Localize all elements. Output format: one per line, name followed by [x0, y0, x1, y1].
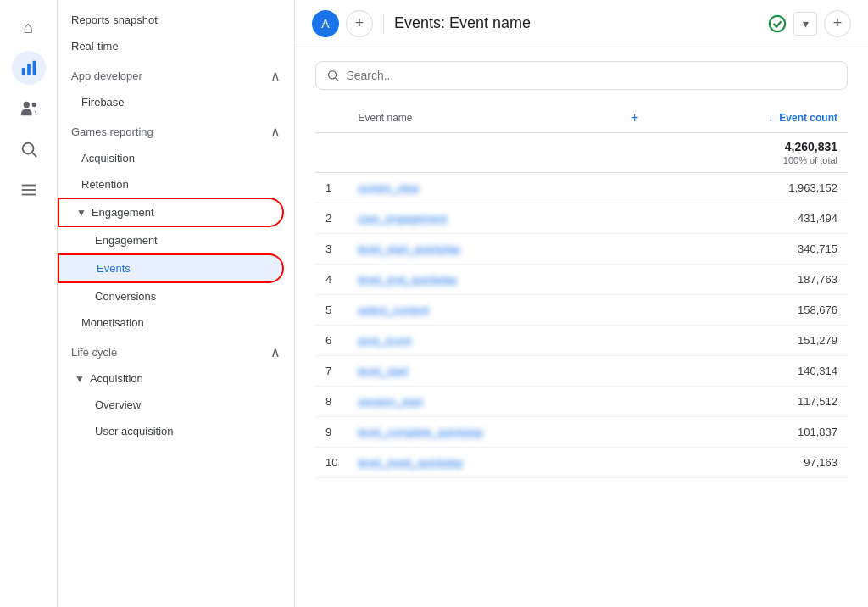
svg-point-3 — [23, 102, 29, 108]
app-developer-section[interactable]: App developer ∧ — [58, 59, 294, 89]
event-extra-cell — [617, 448, 682, 478]
event-name-cell[interactable]: level_start_quickplay — [348, 234, 617, 265]
event-name-cell[interactable]: session_start — [348, 387, 617, 417]
row-number: 7 — [315, 356, 348, 387]
table-row: 1 screen_view 1,963,152 — [315, 173, 848, 203]
table-row: 5 select_content 158,676 — [315, 295, 848, 326]
analytics-icon[interactable] — [12, 51, 46, 85]
engagement-arrow: ▼ — [76, 207, 86, 219]
topbar-add-button[interactable]: + — [824, 10, 851, 37]
svg-rect-1 — [27, 64, 31, 75]
topbar-dropdown-button[interactable]: ▾ — [793, 12, 817, 36]
sidebar-item-acquisition[interactable]: Acquisition — [58, 145, 284, 171]
event-name-cell[interactable]: select_content — [348, 295, 617, 326]
event-count-cell: 101,837 — [682, 417, 848, 448]
total-pct-row: 100% of total — [315, 155, 848, 173]
col-add-header[interactable]: + — [617, 103, 682, 133]
list-icon[interactable] — [12, 173, 46, 207]
row-number: 8 — [315, 387, 348, 417]
sidebar-item-conversions[interactable]: Conversions — [58, 283, 284, 309]
icon-rail: ⌂ — [0, 0, 58, 607]
table-row: 10 level_reset_quickplay 97,163 — [315, 448, 848, 478]
event-name-cell[interactable]: level_complete_quickplay — [348, 417, 617, 448]
chevron-down-icon: ▾ — [803, 17, 809, 31]
row-number: 6 — [315, 326, 348, 356]
event-count-cell: 97,163 — [682, 448, 848, 478]
event-extra-cell — [617, 265, 682, 295]
sidebar-item-retention[interactable]: Retention — [58, 171, 284, 198]
games-reporting-section[interactable]: Games reporting ∧ — [58, 115, 294, 145]
event-name-cell[interactable]: level_end_quickplay — [348, 265, 617, 295]
event-name-cell[interactable]: post_score — [348, 326, 617, 356]
search-bar-icon — [326, 69, 339, 82]
total-pct-value: 100% of total — [682, 155, 848, 173]
people-icon[interactable] — [12, 92, 46, 125]
event-extra-cell — [617, 295, 682, 326]
col-event-name-header: Event name — [348, 103, 617, 133]
add-comparison-button[interactable]: + — [346, 10, 373, 37]
add-column-button[interactable]: + — [627, 110, 642, 125]
event-extra-cell — [617, 173, 682, 203]
sidebar-item-monetisation[interactable]: Monetisation — [58, 309, 284, 336]
event-extra-cell — [617, 326, 682, 356]
col-event-count-header[interactable]: ↓ Event count — [682, 103, 848, 133]
sidebar-item-user-acquisition[interactable]: User acquisition — [58, 418, 284, 444]
row-number: 3 — [315, 234, 348, 265]
total-count-row: 4,260,831 — [315, 133, 848, 156]
sidebar: Reports snapshot Real-time App developer… — [58, 0, 295, 607]
table-row: 6 post_score 151,279 — [315, 326, 848, 356]
row-number: 2 — [315, 203, 348, 234]
sidebar-item-firebase[interactable]: Firebase — [58, 89, 284, 115]
sidebar-item-events[interactable]: Events — [58, 253, 284, 283]
sidebar-item-reports-snapshot[interactable]: Reports snapshot — [58, 7, 294, 33]
svg-rect-2 — [32, 61, 36, 75]
topbar-divider — [383, 14, 384, 34]
table-row: 8 session_start 117,512 — [315, 387, 848, 417]
content-area: Event name + ↓ Event count 4,260,831 — [295, 47, 868, 607]
event-count-cell: 187,763 — [682, 265, 848, 295]
table-row: 3 level_start_quickplay 340,715 — [315, 234, 848, 265]
engagement-group[interactable]: ▼ Engagement — [58, 198, 284, 227]
sidebar-item-overview[interactable]: Overview — [58, 392, 284, 418]
event-name-cell[interactable]: level_start — [348, 356, 617, 387]
col-num-header — [315, 103, 348, 133]
total-count-value: 4,260,831 — [682, 133, 848, 156]
search-magnify-icon[interactable] — [12, 132, 46, 166]
event-name-cell[interactable]: level_reset_quickplay — [348, 448, 617, 478]
home-icon[interactable]: ⌂ — [12, 10, 46, 44]
table-row: 9 level_complete_quickplay 101,837 — [315, 417, 848, 448]
main-area: A + Events: Event name ▾ + — [295, 0, 868, 607]
games-reporting-chevron: ∧ — [270, 124, 281, 140]
event-count-cell: 158,676 — [682, 295, 848, 326]
sort-arrow-icon: ↓ — [768, 112, 773, 124]
svg-point-4 — [31, 103, 36, 108]
table-row: 2 user_engagement 431,494 — [315, 203, 848, 234]
avatar[interactable]: A — [312, 10, 339, 37]
event-count-cell: 340,715 — [682, 234, 848, 265]
event-name-cell[interactable]: screen_view — [348, 173, 617, 203]
lifecycle-acquisition-arrow: ▼ — [75, 373, 85, 385]
sidebar-item-real-time[interactable]: Real-time — [58, 33, 294, 59]
svg-line-12 — [336, 78, 339, 81]
lifecycle-acquisition-group[interactable]: ▼ Acquisition — [58, 365, 284, 392]
event-name-cell[interactable]: user_engagement — [348, 203, 617, 234]
svg-rect-0 — [21, 68, 25, 75]
event-count-cell: 140,314 — [682, 356, 848, 387]
life-cycle-section[interactable]: Life cycle ∧ — [58, 336, 294, 365]
event-extra-cell — [617, 203, 682, 234]
sidebar-item-engagement[interactable]: Engagement — [58, 227, 284, 253]
table-row: 7 level_start 140,314 — [315, 356, 848, 387]
life-cycle-chevron: ∧ — [270, 344, 281, 360]
row-number: 4 — [315, 265, 348, 295]
event-extra-cell — [617, 356, 682, 387]
search-input[interactable] — [346, 69, 837, 82]
event-count-cell: 151,279 — [682, 326, 848, 356]
table-row: 4 level_end_quickplay 187,763 — [315, 265, 848, 295]
row-number: 10 — [315, 448, 348, 478]
event-extra-cell — [617, 417, 682, 448]
events-table: Event name + ↓ Event count 4,260,831 — [315, 103, 848, 478]
event-count-cell: 117,512 — [682, 387, 848, 417]
search-bar[interactable] — [315, 61, 848, 90]
svg-point-11 — [329, 71, 337, 79]
row-number: 9 — [315, 417, 348, 448]
